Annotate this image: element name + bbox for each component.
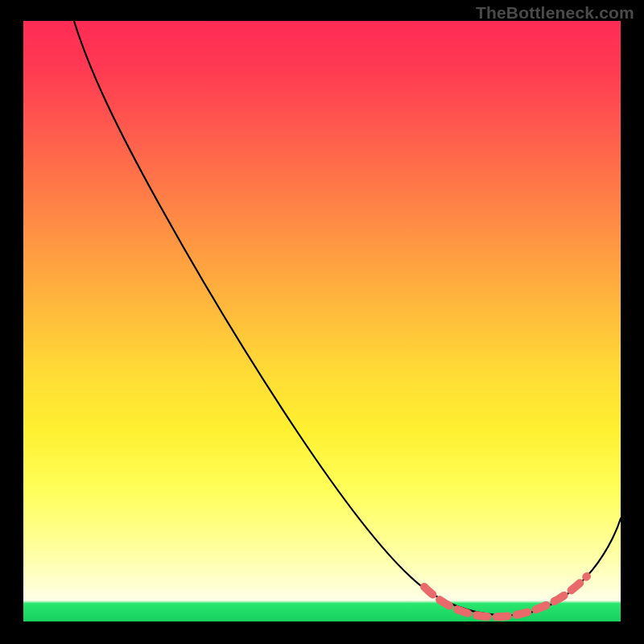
watermark-text: TheBottleneck.com [476, 3, 634, 23]
bottleneck-curve [72, 13, 621, 615]
chart-frame: TheBottleneck.com [0, 0, 644, 644]
curve-layer [23, 21, 621, 621]
plot-area [23, 21, 621, 621]
highlight-segment [424, 576, 587, 617]
